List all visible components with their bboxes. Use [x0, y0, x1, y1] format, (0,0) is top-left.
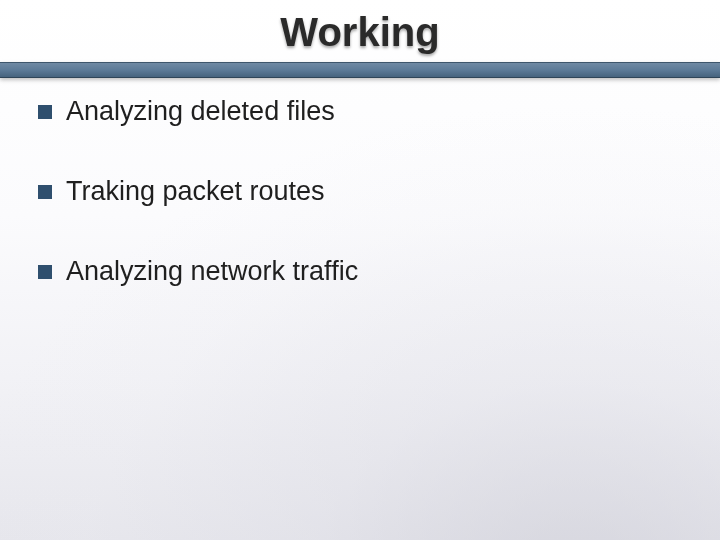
- list-item: Traking packet routes: [38, 175, 682, 209]
- list-item-text: Analyzing network traffic: [66, 255, 358, 289]
- list-item-text: Traking packet routes: [66, 175, 325, 209]
- list-item: Analyzing deleted files: [38, 95, 682, 129]
- list-item: Analyzing network traffic: [38, 255, 682, 289]
- title-underline-bar: [0, 62, 720, 78]
- slide-title: Working: [280, 10, 439, 61]
- slide: Working Analyzing deleted files Traking …: [0, 0, 720, 540]
- square-bullet-icon: [38, 105, 52, 119]
- square-bullet-icon: [38, 265, 52, 279]
- list-item-text: Analyzing deleted files: [66, 95, 335, 129]
- title-area: Working: [0, 0, 720, 61]
- bullet-list: Analyzing deleted files Traking packet r…: [38, 95, 682, 334]
- square-bullet-icon: [38, 185, 52, 199]
